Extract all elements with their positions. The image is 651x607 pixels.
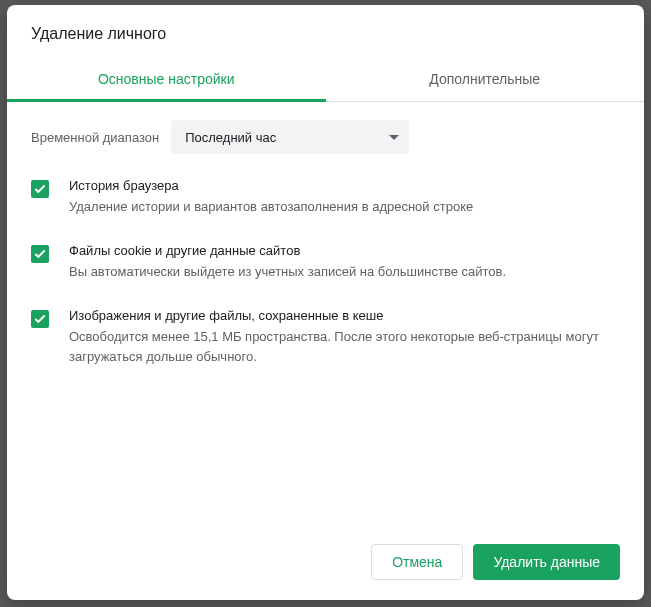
dialog-content: Временной диапазон Последний час История… <box>7 102 644 528</box>
checkbox-cache[interactable] <box>31 310 49 328</box>
time-range-row: Временной диапазон Последний час <box>31 120 620 154</box>
tab-advanced[interactable]: Дополнительные <box>326 59 645 101</box>
option-desc: Удаление истории и вариантов автозаполне… <box>69 197 620 217</box>
option-body: История браузера Удаление истории и вари… <box>69 178 620 217</box>
chevron-down-icon <box>389 135 399 140</box>
clear-browsing-data-dialog: Удаление личного Основные настройки Допо… <box>7 5 644 600</box>
option-title: Изображения и другие файлы, сохраненные … <box>69 308 620 323</box>
option-desc: Освободится менее 15,1 МБ пространства. … <box>69 327 620 367</box>
tab-basic[interactable]: Основные настройки <box>7 59 326 101</box>
option-body: Файлы cookie и другие данные сайтов Вы а… <box>69 243 620 282</box>
option-title: Файлы cookie и другие данные сайтов <box>69 243 620 258</box>
option-desc: Вы автоматически выйдете из учетных запи… <box>69 262 620 282</box>
time-range-select[interactable]: Последний час <box>171 120 409 154</box>
checkbox-browsing-history[interactable] <box>31 180 49 198</box>
check-icon <box>33 312 47 326</box>
checkbox-cookies[interactable] <box>31 245 49 263</box>
option-cache: Изображения и другие файлы, сохраненные … <box>31 308 620 367</box>
option-cookies: Файлы cookie и другие данные сайтов Вы а… <box>31 243 620 282</box>
option-body: Изображения и другие файлы, сохраненные … <box>69 308 620 367</box>
cancel-button[interactable]: Отмена <box>371 544 463 580</box>
check-icon <box>33 182 47 196</box>
check-icon <box>33 247 47 261</box>
dialog-title: Удаление личного <box>7 5 644 59</box>
tabs: Основные настройки Дополнительные <box>7 59 644 102</box>
option-browsing-history: История браузера Удаление истории и вари… <box>31 178 620 217</box>
time-range-value: Последний час <box>185 130 276 145</box>
dialog-footer: Отмена Удалить данные <box>7 528 644 600</box>
clear-data-button[interactable]: Удалить данные <box>473 544 620 580</box>
option-title: История браузера <box>69 178 620 193</box>
time-range-label: Временной диапазон <box>31 130 159 145</box>
